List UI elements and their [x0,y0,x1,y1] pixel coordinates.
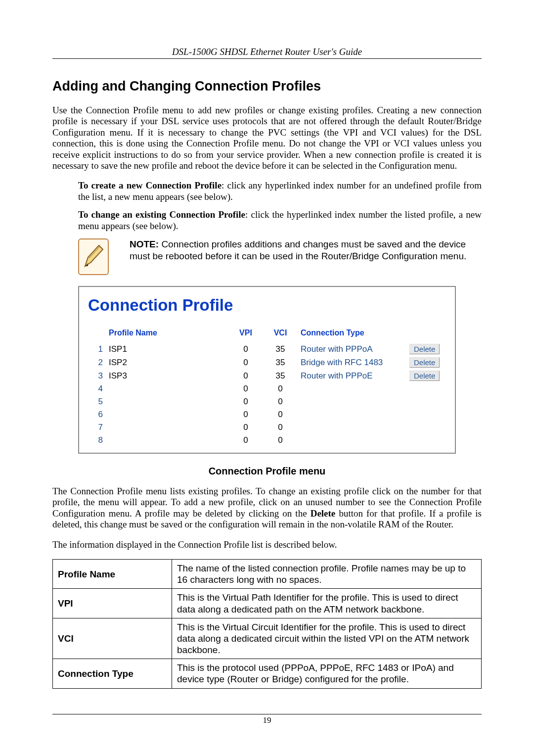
delete-cell [406,395,446,408]
note-label: NOTE: [130,239,159,249]
profile-index-link[interactable]: 8 [88,434,106,447]
profile-index-link[interactable]: 5 [88,395,106,408]
vci-cell: 0 [263,434,298,447]
profile-index-link[interactable]: 3 [88,369,106,382]
desc-text: This is the protocol used (PPPoA, PPPoE,… [172,659,482,688]
col-connection-type: Connection Type [298,327,406,342]
vci-cell: 0 [263,382,298,395]
connection-type-cell [298,421,406,434]
vci-cell: 0 [263,408,298,421]
profile-table: Profile Name VPI VCI Connection Type 1IS… [88,327,446,447]
section-title: Adding and Changing Connection Profiles [52,79,482,94]
svg-marker-0 [85,245,103,266]
description-table: Profile NameThe name of the listed conne… [52,559,482,689]
col-vci: VCI [263,327,298,342]
profile-name-cell [106,395,228,408]
table-row: 700 [88,421,446,434]
profile-name-cell: ISP1 [106,342,228,356]
panel-caption: Connection Profile menu [52,466,482,477]
explain-paragraph: The Connection Profile menu lists existi… [52,486,482,530]
desc-intro: The information displayed in the Connect… [52,539,482,550]
note-text: NOTE: Connection profiles additions and … [130,238,482,262]
delete-button[interactable]: Delete [409,357,440,368]
profile-name-cell [106,421,228,434]
vpi-cell: 0 [228,356,263,369]
panel-title: Connection Profile [88,296,446,315]
connection-type-cell [298,408,406,421]
table-row: 500 [88,395,446,408]
connection-type-cell: Router with PPPoA [298,342,406,356]
vci-cell: 35 [263,342,298,356]
desc-text: The name of the listed connection profil… [172,560,482,589]
col-vpi: VPI [228,327,263,342]
profile-index-link[interactable]: 4 [88,382,106,395]
profile-name-cell: ISP2 [106,356,228,369]
profile-index-link[interactable]: 7 [88,421,106,434]
delete-button[interactable]: Delete [409,344,440,354]
profile-name-cell [106,382,228,395]
vpi-cell: 0 [228,395,263,408]
create-profile-instruction: To create a new Connection Profile: clic… [78,180,482,202]
connection-type-cell [298,395,406,408]
profile-name-cell [106,408,228,421]
table-row: 400 [88,382,446,395]
col-profile-name: Profile Name [106,327,228,342]
desc-label: VPI [53,589,172,618]
header-rule [52,58,482,59]
delete-button[interactable]: Delete [409,371,440,381]
table-row: 800 [88,434,446,447]
vci-cell: 35 [263,356,298,369]
vpi-cell: 0 [228,408,263,421]
table-row: Profile NameThe name of the listed conne… [53,560,482,589]
table-row: 3ISP3035Router with PPPoEDelete [88,369,446,382]
pencil-icon [78,238,109,275]
desc-text: This is the Virtual Circuit Identifier f… [172,618,482,659]
desc-label: Profile Name [53,560,172,589]
page-number: 19 [52,715,482,725]
desc-label: Connection Type [53,659,172,688]
intro-paragraph: Use the Connection Profile menu to add n… [52,105,482,171]
connection-profile-panel: Connection Profile Profile Name VPI VCI … [78,286,456,454]
delete-cell: Delete [406,342,446,356]
vci-cell: 0 [263,395,298,408]
profile-index-link[interactable]: 1 [88,342,106,356]
table-row: VPIThis is the Virtual Path Identifier f… [53,589,482,618]
connection-type-cell [298,382,406,395]
desc-text: This is the Virtual Path Identifier for … [172,589,482,618]
vpi-cell: 0 [228,369,263,382]
connection-type-cell: Router with PPPoE [298,369,406,382]
connection-type-cell: Bridge with RFC 1483 [298,356,406,369]
desc-label: VCI [53,618,172,659]
footer-rule [52,714,482,714]
vci-cell: 0 [263,421,298,434]
table-row: 1ISP1035Router with PPPoADelete [88,342,446,356]
delete-cell: Delete [406,356,446,369]
table-row: Connection TypeThis is the protocol used… [53,659,482,688]
create-label: To create a new Connection Profile [78,180,222,190]
vpi-cell: 0 [228,421,263,434]
delete-cell [406,382,446,395]
change-label: To change an existing Connection Profile [78,209,245,220]
change-profile-instruction: To change an existing Connection Profile… [78,209,482,232]
profile-name-cell: ISP3 [106,369,228,382]
profile-index-link[interactable]: 2 [88,356,106,369]
profile-name-cell [106,434,228,447]
table-row: VCIThis is the Virtual Circuit Identifie… [53,618,482,659]
page-header: DSL-1500G SHDSL Ethernet Router User's G… [52,47,482,57]
vci-cell: 35 [263,369,298,382]
profile-index-link[interactable]: 6 [88,408,106,421]
delete-cell: Delete [406,369,446,382]
table-row: 2ISP2035Bridge with RFC 1483Delete [88,356,446,369]
vpi-cell: 0 [228,342,263,356]
note-body: Connection profiles additions and change… [130,239,466,261]
delete-cell [406,434,446,447]
delete-cell [406,421,446,434]
delete-cell [406,408,446,421]
table-row: 600 [88,408,446,421]
connection-type-cell [298,434,406,447]
vpi-cell: 0 [228,382,263,395]
vpi-cell: 0 [228,434,263,447]
